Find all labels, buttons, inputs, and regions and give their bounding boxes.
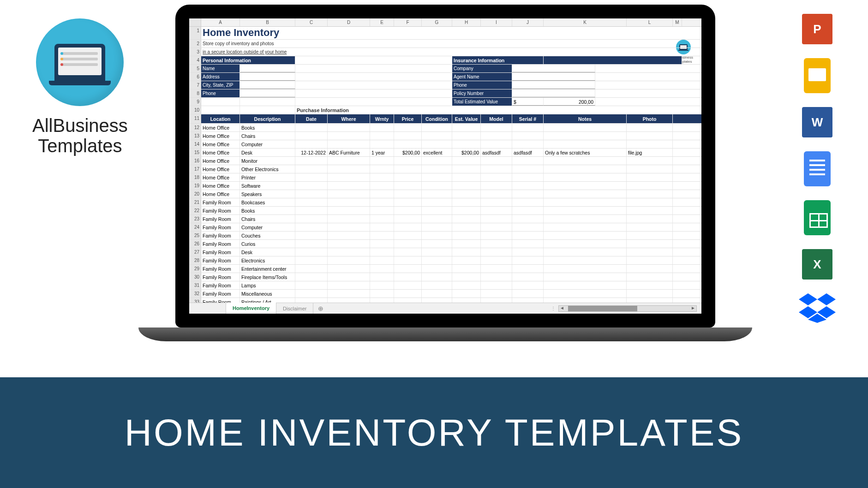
cell-photo[interactable] bbox=[627, 157, 673, 165]
cell-location[interactable]: Family Room bbox=[201, 256, 240, 264]
cell-model[interactable] bbox=[481, 190, 512, 198]
cell-location[interactable]: Family Room bbox=[201, 232, 240, 239]
cell-price[interactable] bbox=[394, 165, 422, 173]
cell-description[interactable]: Miscellaneous bbox=[240, 290, 295, 298]
row-number[interactable]: 6 bbox=[189, 73, 201, 81]
cell-photo[interactable]: file.jpg bbox=[627, 149, 673, 156]
cell-condition[interactable] bbox=[422, 232, 452, 239]
cell-description[interactable]: Chairs bbox=[240, 215, 295, 223]
field-input[interactable] bbox=[240, 81, 295, 89]
cell-est-value[interactable] bbox=[452, 157, 481, 165]
cell-notes[interactable] bbox=[544, 157, 627, 165]
cell-model[interactable] bbox=[481, 173, 512, 181]
cell-where[interactable] bbox=[328, 223, 370, 231]
cell-est-value[interactable] bbox=[452, 215, 481, 223]
row-number[interactable]: 27 bbox=[189, 248, 201, 256]
row-number[interactable]: 28 bbox=[189, 256, 201, 264]
cell-date[interactable] bbox=[295, 165, 328, 173]
cell-description[interactable]: Curios bbox=[240, 240, 295, 248]
cell-price[interactable] bbox=[394, 240, 422, 248]
cell-date[interactable] bbox=[295, 273, 328, 281]
cell-where[interactable] bbox=[328, 173, 370, 181]
cell-where[interactable] bbox=[328, 140, 370, 148]
cell-photo[interactable] bbox=[627, 240, 673, 248]
tab-options-icon[interactable]: ⋮ bbox=[548, 306, 558, 311]
cell-notes[interactable]: Only a few scratches bbox=[544, 149, 627, 156]
cell-notes[interactable] bbox=[544, 165, 627, 173]
cell-model[interactable] bbox=[481, 157, 512, 165]
cell-date[interactable] bbox=[295, 215, 328, 223]
cell-serial[interactable] bbox=[512, 273, 544, 281]
cell-serial[interactable] bbox=[512, 140, 544, 148]
cell-photo[interactable] bbox=[627, 273, 673, 281]
cell-date[interactable] bbox=[295, 140, 328, 148]
col-header[interactable]: I bbox=[481, 18, 512, 26]
add-sheet-button[interactable]: ⊕ bbox=[313, 305, 328, 312]
row-number[interactable]: 21 bbox=[189, 198, 201, 206]
cell-photo[interactable] bbox=[627, 215, 673, 223]
cell-price[interactable] bbox=[394, 157, 422, 165]
cell-notes[interactable] bbox=[544, 132, 627, 140]
field-input[interactable] bbox=[512, 73, 595, 81]
cell-description[interactable]: Computer bbox=[240, 140, 295, 148]
cell-photo[interactable] bbox=[627, 140, 673, 148]
cell-where[interactable] bbox=[328, 240, 370, 248]
cell-location[interactable]: Home Office bbox=[201, 190, 240, 198]
cell-est-value[interactable] bbox=[452, 256, 481, 264]
tab-disclaimer[interactable]: Disclaimer bbox=[276, 303, 313, 314]
cell-description[interactable]: Chairs bbox=[240, 132, 295, 140]
cell-photo[interactable] bbox=[627, 165, 673, 173]
cell-location[interactable]: Family Room bbox=[201, 290, 240, 298]
cell-model[interactable] bbox=[481, 198, 512, 206]
cell-wrnty[interactable] bbox=[370, 132, 394, 140]
row-number[interactable]: 18 bbox=[189, 173, 201, 181]
cell-notes[interactable] bbox=[544, 215, 627, 223]
cell-price[interactable] bbox=[394, 207, 422, 214]
cell-condition[interactable] bbox=[422, 215, 452, 223]
cell-where[interactable] bbox=[328, 256, 370, 264]
cell-price[interactable] bbox=[394, 290, 422, 298]
cell-price[interactable] bbox=[394, 281, 422, 289]
row-number[interactable]: 26 bbox=[189, 240, 201, 248]
row-number[interactable]: 19 bbox=[189, 182, 201, 190]
cell-location[interactable]: Home Office bbox=[201, 165, 240, 173]
cell-serial[interactable] bbox=[512, 256, 544, 264]
cell-price[interactable] bbox=[394, 132, 422, 140]
cell-est-value[interactable] bbox=[452, 240, 481, 248]
cell-wrnty[interactable] bbox=[370, 198, 394, 206]
cell-date[interactable] bbox=[295, 198, 328, 206]
cell-serial[interactable] bbox=[512, 240, 544, 248]
col-header[interactable]: L bbox=[627, 18, 673, 26]
cell-location[interactable]: Family Room bbox=[201, 223, 240, 231]
cell-location[interactable]: Family Room bbox=[201, 248, 240, 256]
cell-wrnty[interactable] bbox=[370, 173, 394, 181]
cell-description[interactable]: Bookcases bbox=[240, 198, 295, 206]
cell-location[interactable]: Home Office bbox=[201, 124, 240, 131]
col-header[interactable]: H bbox=[452, 18, 481, 26]
cell-notes[interactable] bbox=[544, 256, 627, 264]
cell-location[interactable]: Family Room bbox=[201, 273, 240, 281]
cell-date[interactable] bbox=[295, 248, 328, 256]
cell-location[interactable]: Home Office bbox=[201, 132, 240, 140]
cell-price[interactable] bbox=[394, 256, 422, 264]
cell-notes[interactable] bbox=[544, 281, 627, 289]
cell-description[interactable]: Couches bbox=[240, 232, 295, 239]
cell-photo[interactable] bbox=[627, 198, 673, 206]
cell-serial[interactable] bbox=[512, 207, 544, 214]
cell-date[interactable] bbox=[295, 182, 328, 190]
cell-price[interactable]: $200,00 bbox=[394, 149, 422, 156]
cell-notes[interactable] bbox=[544, 240, 627, 248]
cell-condition[interactable] bbox=[422, 124, 452, 131]
cell-date[interactable] bbox=[295, 124, 328, 131]
dropbox-icon[interactable] bbox=[799, 293, 836, 323]
cell-est-value[interactable] bbox=[452, 290, 481, 298]
cell-date[interactable] bbox=[295, 256, 328, 264]
cell-wrnty[interactable] bbox=[370, 182, 394, 190]
cell-description[interactable]: Electronics bbox=[240, 256, 295, 264]
cell-serial[interactable] bbox=[512, 198, 544, 206]
cell-where[interactable] bbox=[328, 290, 370, 298]
row-number[interactable]: 1 bbox=[189, 27, 201, 39]
cell-price[interactable] bbox=[394, 198, 422, 206]
cell-description[interactable]: Books bbox=[240, 124, 295, 131]
cell-serial[interactable] bbox=[512, 215, 544, 223]
